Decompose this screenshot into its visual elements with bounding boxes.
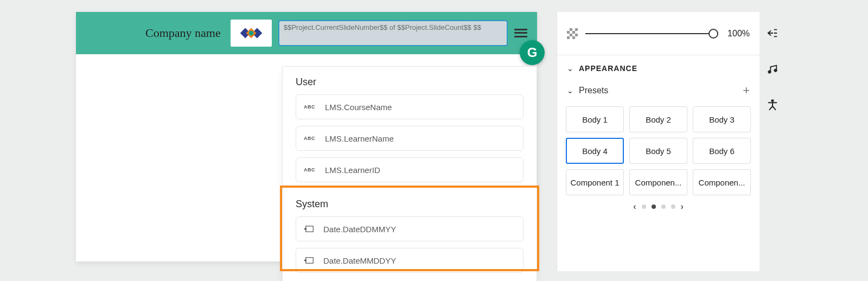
svg-point-7: [774, 69, 777, 72]
preset-body-1[interactable]: Body 1: [566, 106, 624, 132]
audio-icon[interactable]: [767, 63, 778, 75]
preset-component-3[interactable]: Componen...: [693, 169, 751, 195]
opacity-control-row: 100%: [557, 12, 760, 55]
system-var-icon: [304, 257, 314, 264]
system-var-icon: [304, 225, 314, 233]
canvas-stage: Company name $$Project.CurrentSlideNumbe…: [76, 12, 537, 261]
preset-body-5[interactable]: Body 5: [629, 138, 687, 164]
variable-item[interactable]: Date.DateDDMMYY: [296, 216, 524, 241]
accessibility-icon[interactable]: [767, 99, 778, 111]
variable-item[interactable]: ABC LMS.LearnerID: [296, 157, 524, 182]
pager-dot[interactable]: [671, 205, 675, 209]
svg-point-6: [768, 71, 771, 74]
variable-item-label: LMS.CourseName: [325, 103, 392, 112]
svg-point-3: [248, 31, 253, 36]
grammarly-badge-icon[interactable]: G: [520, 40, 545, 65]
pager-next-icon[interactable]: ›: [681, 202, 684, 212]
company-name-label: Company name: [145, 26, 221, 40]
preset-component-1[interactable]: Component 1: [566, 169, 624, 195]
company-logo: [231, 20, 272, 47]
svg-rect-5: [306, 258, 314, 264]
variable-dropdown-panel: User ABC LMS.CourseName ABC LMS.LearnerN…: [282, 66, 537, 281]
opacity-value: 100%: [726, 29, 750, 39]
properties-panel: 100% ⌄ APPEARANCE ⌄ Presets + Body 1 Bod…: [557, 12, 760, 271]
variable-item[interactable]: ABC LMS.LearnerName: [296, 126, 524, 151]
presets-head: ⌄ Presets +: [557, 81, 760, 103]
pager-dot[interactable]: [652, 205, 656, 209]
variable-item-label: Date.DateDDMMYY: [323, 225, 396, 234]
pager-dot[interactable]: [642, 205, 646, 209]
transparency-icon: [567, 28, 578, 39]
dropdown-section-title-system: System: [283, 189, 537, 216]
svg-rect-4: [306, 226, 314, 232]
preset-grid: Body 1 Body 2 Body 3 Body 4 Body 5 Body …: [557, 103, 760, 195]
preset-component-2[interactable]: Componen...: [629, 169, 687, 195]
pager-dot[interactable]: [661, 205, 666, 209]
text-type-icon: ABC: [304, 136, 315, 141]
hamburger-menu-icon[interactable]: [514, 28, 527, 39]
preset-body-3[interactable]: Body 3: [693, 106, 751, 132]
chevron-down-icon[interactable]: ⌄: [567, 86, 573, 95]
variable-text-field[interactable]: $$Project.CurrentSlideNumber$$ of $$Proj…: [278, 20, 508, 46]
variable-item-label: LMS.LearnerName: [325, 134, 394, 143]
text-type-icon: ABC: [304, 167, 315, 173]
preset-pager: ‹ ›: [557, 195, 760, 212]
interactions-icon[interactable]: [767, 27, 778, 39]
slide-header-bar: Company name $$Project.CurrentSlideNumbe…: [76, 12, 537, 54]
preset-body-6[interactable]: Body 6: [693, 138, 751, 164]
opacity-slider[interactable]: [585, 33, 718, 34]
preset-body-2[interactable]: Body 2: [629, 106, 687, 132]
right-toolbar: [762, 27, 783, 111]
presets-title: Presets: [579, 86, 608, 95]
variable-item-label: Date.DateMMDDYY: [323, 256, 396, 265]
variable-item[interactable]: Date.DateMMDDYY: [296, 248, 524, 273]
add-preset-button[interactable]: +: [743, 84, 750, 98]
appearance-title: APPEARANCE: [579, 64, 637, 73]
dropdown-section-title-user: User: [283, 67, 537, 94]
pager-prev-icon[interactable]: ‹: [633, 202, 636, 212]
chevron-down-icon: ⌄: [567, 64, 573, 73]
text-type-icon: ABC: [304, 104, 315, 110]
appearance-section-head[interactable]: ⌄ APPEARANCE: [557, 55, 760, 81]
preset-body-4[interactable]: Body 4: [566, 138, 624, 164]
variable-item[interactable]: ABC LMS.CourseName: [296, 94, 524, 119]
variable-item-label: LMS.LearnerID: [325, 165, 380, 175]
svg-point-8: [771, 99, 774, 101]
